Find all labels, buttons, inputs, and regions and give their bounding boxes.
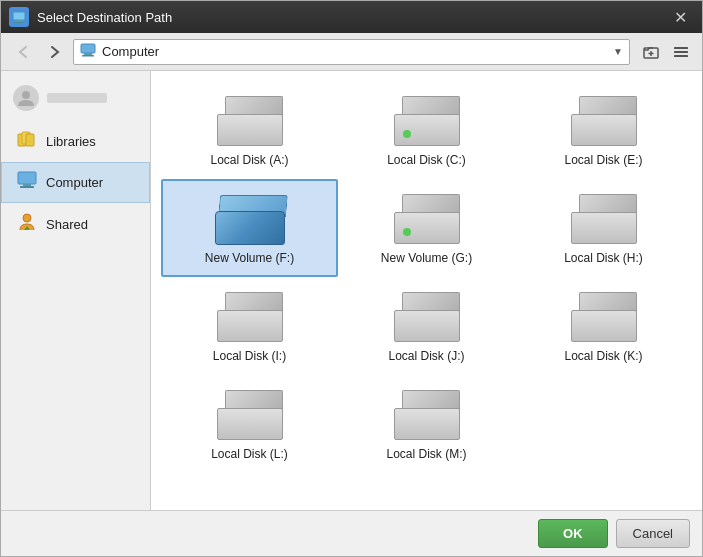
svg-rect-10 (674, 51, 688, 53)
libraries-icon (16, 130, 38, 153)
svg-rect-4 (84, 53, 92, 55)
drive-label-h: Local Disk (H:) (564, 251, 643, 265)
svg-rect-11 (674, 55, 688, 57)
forward-button[interactable] (41, 39, 69, 65)
title-bar: Select Destination Path ✕ (1, 1, 702, 33)
view-button[interactable] (668, 39, 694, 65)
toolbar: Computer ▼ (1, 33, 702, 71)
drive-label-e: Local Disk (E:) (564, 153, 642, 167)
drive-item-a[interactable]: Local Disk (A:) (161, 81, 338, 179)
drive-item-c[interactable]: Local Disk (C:) (338, 81, 515, 179)
drive-label-i: Local Disk (I:) (213, 349, 286, 363)
drive-label-m: Local Disk (M:) (386, 447, 466, 461)
content-area: Libraries Computer (1, 71, 702, 510)
address-bar[interactable]: Computer ▼ (73, 39, 630, 65)
sidebar-item-libraries[interactable]: Libraries (1, 121, 150, 162)
user-avatar (13, 85, 39, 111)
user-name-placeholder (47, 93, 107, 103)
drive-item-j[interactable]: Local Disk (J:) (338, 277, 515, 375)
address-dropdown-icon[interactable]: ▼ (613, 46, 623, 57)
title-icon (9, 7, 29, 27)
svg-rect-1 (15, 20, 23, 22)
address-text: Computer (102, 44, 607, 59)
dialog-title: Select Destination Path (37, 10, 666, 25)
drive-item-m[interactable]: Local Disk (M:) (338, 375, 515, 473)
sidebar-computer-label: Computer (46, 175, 103, 190)
dialog: Select Destination Path ✕ Computer ▼ (0, 0, 703, 557)
svg-rect-17 (23, 184, 31, 186)
svg-rect-18 (20, 186, 34, 188)
drive-item-h[interactable]: Local Disk (H:) (515, 179, 692, 277)
svg-point-19 (23, 214, 31, 222)
sidebar-shared-label: Shared (46, 217, 88, 232)
drive-label-k: Local Disk (K:) (564, 349, 642, 363)
cancel-button[interactable]: Cancel (616, 519, 690, 548)
footer: OK Cancel (1, 510, 702, 556)
svg-rect-16 (18, 172, 36, 184)
drive-item-e[interactable]: Local Disk (E:) (515, 81, 692, 179)
sidebar: Libraries Computer (1, 71, 151, 510)
main-content: Local Disk (A:) Local Disk (C:) Local Di… (151, 71, 702, 510)
sidebar-item-shared[interactable]: Shared (1, 203, 150, 246)
drive-item-i[interactable]: Local Disk (I:) (161, 277, 338, 375)
svg-rect-0 (13, 12, 25, 20)
drive-label-c: Local Disk (C:) (387, 153, 466, 167)
svg-rect-15 (26, 134, 34, 146)
svg-rect-9 (674, 47, 688, 49)
back-button[interactable] (9, 39, 37, 65)
sidebar-item-computer[interactable]: Computer (1, 162, 150, 203)
file-view: Local Disk (A:) Local Disk (C:) Local Di… (151, 71, 702, 510)
address-computer-icon (80, 43, 96, 60)
sidebar-libraries-label: Libraries (46, 134, 96, 149)
drive-item-l[interactable]: Local Disk (L:) (161, 375, 338, 473)
svg-rect-2 (14, 22, 24, 23)
drive-label-g: New Volume (G:) (381, 251, 472, 265)
toolbar-actions (638, 39, 694, 65)
drive-item-k[interactable]: Local Disk (K:) (515, 277, 692, 375)
new-folder-button[interactable] (638, 39, 664, 65)
drive-item-f[interactable]: New Volume (F:) (161, 179, 338, 277)
shared-icon (16, 212, 38, 237)
svg-point-12 (22, 91, 30, 99)
svg-rect-3 (81, 44, 95, 53)
drive-label-f: New Volume (F:) (205, 251, 294, 265)
svg-rect-5 (82, 55, 94, 57)
close-button[interactable]: ✕ (666, 3, 694, 31)
sidebar-user (1, 79, 150, 117)
drive-label-a: Local Disk (A:) (210, 153, 288, 167)
drive-item-g[interactable]: New Volume (G:) (338, 179, 515, 277)
drive-label-j: Local Disk (J:) (388, 349, 464, 363)
computer-icon (16, 171, 38, 194)
ok-button[interactable]: OK (538, 519, 608, 548)
drive-label-l: Local Disk (L:) (211, 447, 288, 461)
